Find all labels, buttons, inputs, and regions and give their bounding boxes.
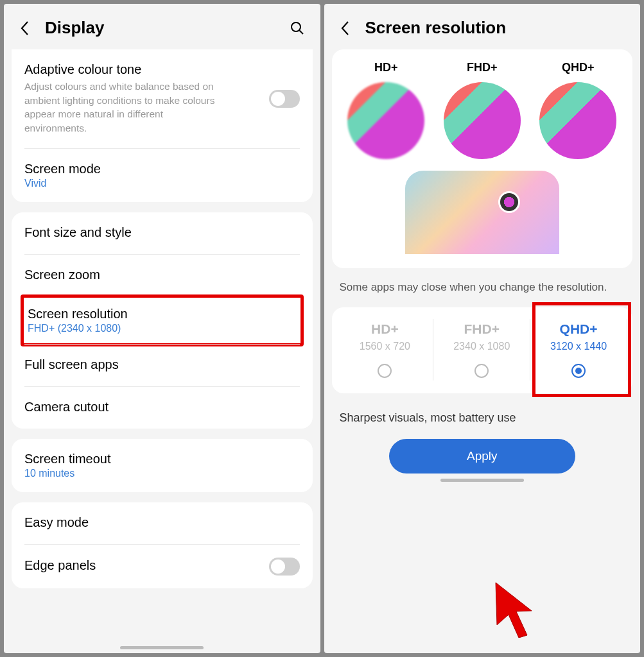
screen-mode-row[interactable]: Screen mode Vivid [24,149,300,202]
back-icon[interactable] [340,20,351,37]
resolution-preview-card: HD+ FHD+ QHD+ [332,49,633,268]
option-qhd[interactable]: QHD+ 3120 x 1440 [530,319,627,380]
screen-timeout-row[interactable]: Screen timeout 10 minutes [24,439,300,492]
preview-circle-icon [347,82,424,159]
option-fhd[interactable]: FHD+ 2340 x 1080 [433,319,530,380]
svg-point-0 [292,22,300,31]
radio-icon [571,364,586,378]
nav-bar[interactable] [120,646,204,649]
preview-qhd: QHD+ [533,61,624,159]
nav-bar[interactable] [440,479,524,482]
row-description: Adjust colours and white balance based o… [24,80,215,135]
warning-text: Some apps may close when you change the … [324,280,641,307]
search-icon[interactable] [290,21,305,36]
svg-line-1 [299,30,303,34]
radio-icon [474,364,489,378]
cursor-arrow-annotation [492,580,543,638]
page-title: Screen resolution [365,18,625,38]
preview-hd: HD+ [341,61,432,159]
selection-description: Sharpest visuals, most battery use [324,405,641,439]
preview-fhd: FHD+ [437,61,528,159]
option-hd[interactable]: HD+ 1560 x 720 [337,319,434,380]
font-size-row[interactable]: Font size and style [24,212,300,255]
preview-circle-icon [539,82,616,159]
row-value: Vivid [24,178,300,189]
apply-button[interactable]: Apply [389,439,575,474]
display-settings-screen: Display Adaptive colour tone Adjust colo… [4,4,320,653]
radio-icon [378,364,392,378]
preview-circle-icon [444,82,521,159]
back-icon[interactable] [19,20,31,37]
camera-cutout-row[interactable]: Camera cutout [24,387,300,429]
adaptive-colour-tone-row[interactable]: Adaptive colour tone Adjust colours and … [24,49,300,149]
header: Display [4,4,320,49]
full-screen-apps-row[interactable]: Full screen apps [24,344,300,387]
page-title: Display [45,18,275,38]
easy-mode-row[interactable]: Easy mode [24,502,300,545]
highlight-annotation: Screen resolution FHD+ (2340 x 1080) [21,294,304,346]
edge-panels-toggle[interactable] [269,558,300,576]
screen-resolution-row[interactable]: Screen resolution FHD+ (2340 x 1080) [28,307,297,334]
resolution-options: HD+ 1560 x 720 FHD+ 2340 x 1080 QHD+ 312… [332,307,633,393]
row-title: Adaptive colour tone [24,62,269,77]
svg-marker-2 [496,583,532,638]
row-title: Screen mode [24,162,300,176]
adaptive-tone-toggle[interactable] [269,90,300,108]
screen-resolution-screen: Screen resolution HD+ FHD+ QHD+ Some app… [324,4,641,653]
screen-zoom-row[interactable]: Screen zoom [24,255,300,297]
preview-sample-image [405,171,559,254]
header: Screen resolution [324,4,641,49]
edge-panels-row[interactable]: Edge panels [24,545,300,588]
